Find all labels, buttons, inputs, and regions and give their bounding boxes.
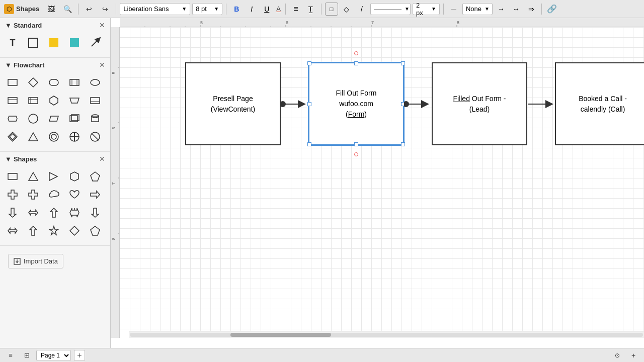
align-text-btn[interactable]: T̲ [304, 3, 317, 16]
s-cloud-item[interactable] [45, 186, 62, 203]
underline-btn[interactable]: U [260, 3, 273, 16]
s-uarrow-item[interactable] [45, 204, 62, 221]
no-connector-btn[interactable]: — [447, 3, 460, 16]
s-pent-item[interactable] [87, 168, 104, 185]
arrow-shape-item[interactable] [87, 34, 104, 51]
fc-tri-item[interactable] [25, 128, 42, 145]
line-style-dropdown[interactable]: ————— ▼ [370, 3, 411, 15]
handle-rotate-bottom[interactable] [354, 152, 358, 156]
grid-view-btn[interactable]: ⊞ [20, 350, 33, 361]
fc-cylinder-item[interactable] [87, 110, 104, 127]
text-shape-item[interactable]: T [4, 34, 21, 51]
standard-section: ▼ Standard ✕ T [0, 18, 110, 58]
canvas-area[interactable]: 5 6 7 8 [111, 18, 644, 348]
fill-btn[interactable]: ◇ [340, 3, 353, 16]
fc-rect8-item[interactable] [66, 110, 83, 127]
handle-tc[interactable] [354, 61, 358, 65]
fc-circle-item[interactable] [25, 110, 42, 127]
font-size-dropdown[interactable]: 8 pt ▼ [192, 3, 222, 15]
scrollbar-track[interactable] [130, 333, 643, 337]
s-darrow-item[interactable] [4, 204, 21, 221]
s-udlarrow-item[interactable] [25, 204, 42, 221]
s-pent2-item[interactable] [87, 222, 104, 239]
zoom-in-btn[interactable]: + [627, 350, 640, 361]
flowchart-close-btn[interactable]: ✕ [99, 61, 105, 69]
fc-rounded-item[interactable] [45, 74, 62, 91]
handle-bc[interactable] [354, 142, 358, 146]
fc-circle2-item[interactable] [45, 128, 62, 145]
box-btn[interactable]: □ [325, 3, 338, 16]
teal-rect-item[interactable] [66, 34, 83, 51]
svg-line-3 [92, 39, 99, 46]
font-size-value: 8 pt [196, 5, 207, 13]
fc-rect4-item[interactable] [25, 92, 42, 109]
fc-trap-item[interactable] [66, 92, 83, 109]
s-lrarrow2-item[interactable] [4, 222, 21, 239]
fc-rect2-item[interactable] [66, 74, 83, 91]
s-plus-item[interactable] [25, 186, 42, 203]
zoom-fit-btn[interactable]: ⊙ [611, 350, 624, 361]
bold-btn[interactable]: B [230, 3, 243, 16]
fc-rect6-item[interactable] [4, 110, 21, 127]
fc-cancel-item[interactable] [87, 128, 104, 145]
page-dropdown[interactable]: Page 1 [36, 350, 71, 361]
fc-rect-item[interactable] [4, 74, 21, 91]
arrow-end-btn[interactable]: ⇒ [525, 3, 538, 16]
scrollbar-thumb[interactable] [230, 333, 331, 337]
align-left-btn[interactable]: ≡ [289, 3, 302, 16]
box-presell-page[interactable]: Presell Page(ViewContent) [185, 62, 281, 145]
import-data-btn[interactable]: Import Data [8, 254, 63, 268]
rect-shape-item[interactable] [25, 34, 42, 51]
italic-btn[interactable]: I [245, 3, 258, 16]
s-tri-item[interactable] [25, 168, 42, 185]
handle-ml[interactable] [307, 102, 311, 106]
flowchart-shapes-grid [0, 72, 110, 147]
s-rtri-item[interactable] [45, 168, 62, 185]
font-family-dropdown[interactable]: Liberation Sans ▼ [120, 3, 190, 15]
fc-rounded2-item[interactable] [87, 74, 104, 91]
box-filled-form[interactable]: Filled Out Form -(Lead) [432, 62, 527, 145]
fc-hex-item[interactable] [45, 92, 62, 109]
yellow-rect-item[interactable] [45, 34, 62, 51]
connector-dropdown[interactable]: None ▼ [462, 3, 493, 15]
fc-rect7-item[interactable] [45, 110, 62, 127]
line-style-btn[interactable]: / [355, 3, 368, 16]
handle-bl[interactable] [307, 142, 311, 146]
s-hex-item[interactable] [66, 168, 83, 185]
s-uarrow2-item[interactable] [25, 222, 42, 239]
font-color-btn[interactable]: A [275, 4, 282, 14]
link-btn[interactable]: 🔗 [545, 3, 558, 16]
s-rarrow-item[interactable] [87, 186, 104, 203]
s-lrarrow-item[interactable] [66, 204, 83, 221]
handle-rotate-top[interactable] [354, 51, 358, 55]
fc-cross-item[interactable] [66, 128, 83, 145]
search-toolbar-btn[interactable]: 🔍 [60, 2, 74, 16]
box-booked-call[interactable]: Booked a Call -calendly (Call) [555, 62, 644, 145]
redo-btn[interactable]: ↪ [98, 2, 112, 16]
s-cross-item[interactable] [4, 186, 21, 203]
fc-rect9-item[interactable] [4, 128, 21, 145]
s-diamond-item[interactable] [66, 222, 83, 239]
line-width-dropdown[interactable]: 2 px ▼ [413, 3, 440, 15]
add-page-btn[interactable]: + [74, 350, 85, 361]
h-scrollbar[interactable] [129, 331, 644, 338]
standard-close-btn[interactable]: ✕ [99, 21, 105, 29]
list-view-btn[interactable]: ≡ [4, 350, 17, 361]
handle-tr[interactable] [401, 61, 405, 65]
shapes-close-btn[interactable]: ✕ [99, 155, 105, 163]
s-heart-item[interactable] [66, 186, 83, 203]
arrow-start-btn[interactable]: → [495, 3, 508, 16]
arrow-mid-btn[interactable]: ↔ [510, 3, 523, 16]
fc-rect5-item[interactable] [87, 92, 104, 109]
s-rect-item[interactable] [4, 168, 21, 185]
image-toolbar-btn[interactable]: 🖼 [44, 2, 58, 16]
canvas[interactable]: Presell Page(ViewContent) [120, 27, 644, 338]
s-star-item[interactable] [45, 222, 62, 239]
box-fill-form[interactable]: Fill Out Formwufoo.com(Form) [308, 62, 404, 145]
handle-br[interactable] [401, 142, 405, 146]
undo-btn[interactable]: ↩ [82, 2, 96, 16]
fc-rect3-item[interactable] [4, 92, 21, 109]
handle-tl[interactable] [307, 61, 311, 65]
fc-diamond-item[interactable] [25, 74, 42, 91]
s-darrow2-item[interactable] [87, 204, 104, 221]
